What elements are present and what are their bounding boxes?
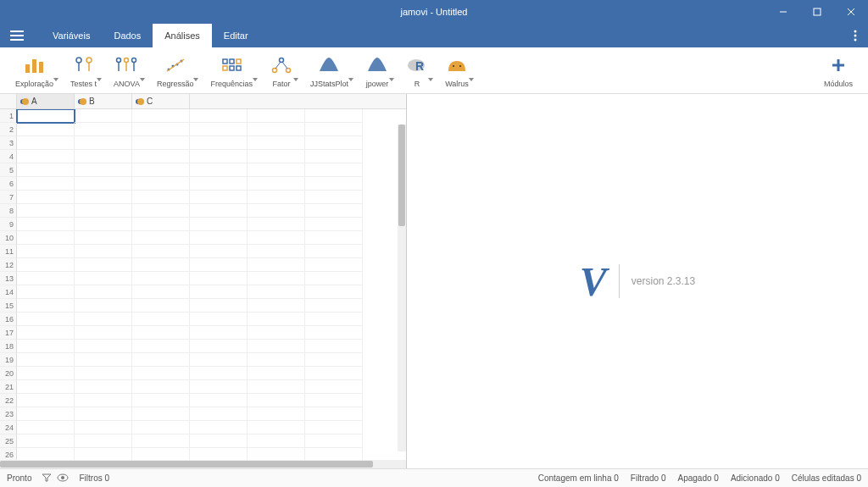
eye-icon[interactable] bbox=[57, 473, 69, 484]
cell[interactable] bbox=[17, 448, 75, 460]
cell[interactable] bbox=[132, 109, 190, 123]
row-header[interactable]: 18 bbox=[0, 340, 17, 353]
cell[interactable] bbox=[305, 109, 363, 123]
cell[interactable] bbox=[248, 136, 305, 150]
cell[interactable] bbox=[248, 367, 305, 380]
cell[interactable] bbox=[17, 326, 75, 340]
cell[interactable] bbox=[190, 407, 248, 421]
column-header-C[interactable]: C bbox=[132, 94, 190, 108]
cell[interactable] bbox=[75, 313, 132, 326]
cell[interactable] bbox=[190, 109, 248, 123]
cell[interactable] bbox=[132, 163, 190, 177]
cell[interactable] bbox=[17, 313, 75, 326]
cell[interactable] bbox=[190, 313, 248, 326]
cell[interactable] bbox=[190, 204, 248, 218]
cell[interactable] bbox=[190, 299, 248, 313]
fator-button[interactable]: Fator bbox=[261, 47, 302, 93]
cell[interactable] bbox=[248, 285, 305, 299]
cell[interactable] bbox=[75, 407, 132, 421]
exploracao-button[interactable]: Exploração bbox=[7, 47, 62, 93]
horizontal-scrollbar[interactable] bbox=[0, 460, 406, 468]
cell[interactable] bbox=[17, 123, 75, 136]
cell[interactable] bbox=[132, 407, 190, 421]
cell[interactable] bbox=[305, 136, 363, 150]
testes-t-button[interactable]: Testes t bbox=[62, 47, 105, 93]
row-header[interactable]: 16 bbox=[0, 313, 17, 326]
cell[interactable] bbox=[132, 380, 190, 394]
tab-editar[interactable]: Editar bbox=[212, 24, 260, 47]
walrus-button[interactable]: Walrus bbox=[437, 47, 477, 93]
cell[interactable] bbox=[190, 136, 248, 150]
cell[interactable] bbox=[190, 191, 248, 204]
row-header[interactable]: 10 bbox=[0, 231, 17, 245]
cell[interactable] bbox=[132, 340, 190, 353]
cell[interactable] bbox=[190, 123, 248, 136]
cell[interactable] bbox=[17, 150, 75, 163]
cell[interactable] bbox=[132, 367, 190, 380]
cell[interactable] bbox=[305, 353, 363, 367]
cell[interactable] bbox=[248, 245, 305, 258]
cell[interactable] bbox=[248, 394, 305, 407]
cell[interactable] bbox=[75, 272, 132, 285]
vertical-scrollbar[interactable] bbox=[398, 125, 406, 451]
cell[interactable] bbox=[17, 285, 75, 299]
cell[interactable] bbox=[132, 136, 190, 150]
vertical-scroll-thumb[interactable] bbox=[398, 125, 405, 226]
cell[interactable] bbox=[17, 434, 75, 448]
maximize-button[interactable] bbox=[800, 0, 834, 24]
cell[interactable] bbox=[132, 150, 190, 163]
row-header[interactable]: 1 bbox=[0, 109, 17, 123]
cell[interactable] bbox=[248, 109, 305, 123]
cell[interactable] bbox=[75, 163, 132, 177]
jjstatsplot-button[interactable]: JJStatsPlot bbox=[302, 47, 357, 93]
cell[interactable] bbox=[190, 448, 248, 460]
cell[interactable] bbox=[305, 407, 363, 421]
r-button[interactable]: RR bbox=[398, 47, 437, 93]
cell[interactable] bbox=[75, 191, 132, 204]
cell[interactable] bbox=[305, 380, 363, 394]
row-header[interactable]: 4 bbox=[0, 150, 17, 163]
tab-dados[interactable]: Dados bbox=[102, 24, 153, 47]
cell[interactable] bbox=[75, 218, 132, 231]
cell[interactable] bbox=[305, 272, 363, 285]
tab-análises[interactable]: Análises bbox=[153, 24, 212, 47]
cell[interactable] bbox=[17, 367, 75, 380]
cell[interactable] bbox=[305, 313, 363, 326]
row-header[interactable]: 19 bbox=[0, 353, 17, 367]
cell[interactable] bbox=[248, 299, 305, 313]
cell[interactable] bbox=[305, 434, 363, 448]
cell[interactable] bbox=[305, 150, 363, 163]
cell[interactable] bbox=[305, 299, 363, 313]
cell[interactable] bbox=[305, 340, 363, 353]
cell[interactable] bbox=[190, 421, 248, 434]
cell[interactable] bbox=[75, 245, 132, 258]
cell[interactable] bbox=[132, 353, 190, 367]
cell[interactable] bbox=[305, 367, 363, 380]
cell[interactable] bbox=[305, 421, 363, 434]
cell[interactable] bbox=[132, 218, 190, 231]
cell[interactable] bbox=[75, 326, 132, 340]
cell[interactable] bbox=[132, 394, 190, 407]
hamburger-menu-icon[interactable] bbox=[0, 24, 34, 47]
cell[interactable] bbox=[75, 285, 132, 299]
cell[interactable] bbox=[75, 150, 132, 163]
cell[interactable] bbox=[17, 421, 75, 434]
row-header[interactable]: 11 bbox=[0, 245, 17, 258]
cell[interactable] bbox=[190, 177, 248, 191]
cell[interactable] bbox=[17, 136, 75, 150]
column-header-B[interactable]: B bbox=[75, 94, 132, 108]
row-header[interactable]: 12 bbox=[0, 258, 17, 272]
cell[interactable] bbox=[305, 204, 363, 218]
cell[interactable] bbox=[17, 407, 75, 421]
cell[interactable] bbox=[75, 299, 132, 313]
cell[interactable] bbox=[248, 218, 305, 231]
cell[interactable] bbox=[248, 434, 305, 448]
frequencias-button[interactable]: Frequências bbox=[202, 47, 261, 93]
cell[interactable] bbox=[248, 448, 305, 460]
cell[interactable] bbox=[132, 204, 190, 218]
cell[interactable] bbox=[132, 313, 190, 326]
cell[interactable] bbox=[132, 421, 190, 434]
cell[interactable] bbox=[75, 177, 132, 191]
horizontal-scroll-thumb[interactable] bbox=[0, 461, 373, 468]
cell[interactable] bbox=[17, 191, 75, 204]
